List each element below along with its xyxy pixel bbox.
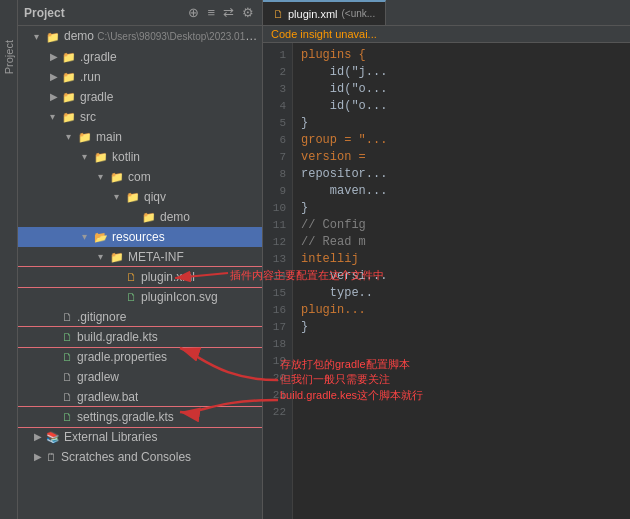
code-line: } — [301, 115, 622, 132]
tree-item-icon: 📁 — [94, 148, 108, 166]
editor-content: 12345678910111213141516171819202122 plug… — [263, 43, 630, 519]
tree-item-demo[interactable]: ▾📁demo C:\Users\98093\Desktop\2023.01_id… — [18, 26, 262, 47]
tree-item-demo2[interactable]: 📁demo — [18, 207, 262, 227]
tree-item-label: gradlew — [77, 368, 119, 386]
tree-item-icon: 📚 — [46, 428, 60, 446]
tree-item-icon: 🗋 — [62, 308, 73, 326]
line-number: 11 — [269, 217, 286, 234]
tree-item-kotlin[interactable]: ▾📁kotlin — [18, 147, 262, 167]
code-line: version = — [301, 149, 622, 166]
tree-item-label: gradle.properties — [77, 348, 167, 366]
code-line: plugins { — [301, 47, 622, 64]
tree-item-run[interactable]: ▶📁.run — [18, 67, 262, 87]
tree-item-gradle[interactable]: ▶📁.gradle — [18, 47, 262, 67]
tree-item-meta-inf[interactable]: ▾📁META-INF — [18, 247, 262, 267]
line-number: 13 — [269, 251, 286, 268]
code-line: // Read m — [301, 234, 622, 251]
tree-item-icon: 📁 — [142, 208, 156, 226]
tree-item-settings-gradle[interactable]: 🗋settings.gradle.kts — [18, 407, 262, 427]
tree-item-icon: 📁 — [110, 168, 124, 186]
tree-item-main[interactable]: ▾📁main — [18, 127, 262, 147]
tree-item-label: demo — [160, 208, 190, 226]
tree-item-src[interactable]: ▾📁src — [18, 107, 262, 127]
tree-item-icon: 🗋 — [62, 388, 73, 406]
tree-item-com[interactable]: ▾📁com — [18, 167, 262, 187]
code-line: group = "... — [301, 132, 622, 149]
tree-item-icon: 📁 — [46, 28, 60, 46]
code-area[interactable]: plugins { id("j... id("o... id("o...}gro… — [293, 43, 630, 519]
tree-item-label: gradle — [80, 88, 113, 106]
tree-item-label: .gitignore — [77, 308, 126, 326]
tree-item-icon: 📁 — [62, 88, 76, 106]
code-line: id("o... — [301, 98, 622, 115]
tree-item-ext-libraries[interactable]: ▶📚External Libraries — [18, 427, 262, 447]
tree-item-gradlew-bat[interactable]: 🗋gradlew.bat — [18, 387, 262, 407]
tree-item-label: plugin.xml — [141, 268, 195, 286]
tree-item-icon: 📁 — [62, 48, 76, 66]
tree-item-qiqv[interactable]: ▾📁qiqv — [18, 187, 262, 207]
code-line: plugin... — [301, 302, 622, 319]
tree-arrow: ▾ — [98, 248, 110, 266]
tree-arrow: ▾ — [82, 228, 94, 246]
line-number: 6 — [269, 132, 286, 149]
settings-icon[interactable]: ⚙ — [240, 4, 256, 21]
tree-item-label: External Libraries — [64, 428, 157, 446]
tree-arrow: ▾ — [82, 148, 94, 166]
editor-tab-plugin-xml[interactable]: 🗋 plugin.xml (<unk... — [263, 0, 386, 25]
tree-item-label: qiqv — [144, 188, 166, 206]
code-insight-banner: Code insight unavai... — [263, 26, 630, 43]
tree-item-gitignore[interactable]: 🗋.gitignore — [18, 307, 262, 327]
tree-item-icon: 🗋 — [62, 328, 73, 346]
tree-item-gradle2[interactable]: ▶📁gradle — [18, 87, 262, 107]
tree-arrow: ▶ — [50, 48, 62, 66]
tree-item-icon: 🗋 — [62, 348, 73, 366]
tree-item-label: .gradle — [80, 48, 117, 66]
tree-item-label: pluginIcon.svg — [141, 288, 218, 306]
tree-arrow: ▶ — [50, 88, 62, 106]
tree-item-label: demo C:\Users\98093\Desktop\2023.01_idea… — [64, 27, 262, 46]
tree-item-icon: 📁 — [78, 128, 92, 146]
code-line: repositor... — [301, 166, 622, 183]
tree-item-icon: 🗋 — [126, 268, 137, 286]
tree-item-resources[interactable]: ▾📂resources — [18, 227, 262, 247]
add-icon[interactable]: ⊕ — [186, 4, 201, 21]
tree-item-label: com — [128, 168, 151, 186]
line-number: 12 — [269, 234, 286, 251]
tree-item-label: META-INF — [128, 248, 184, 266]
tree-item-icon: 🗋 — [126, 288, 137, 306]
line-number: 17 — [269, 319, 286, 336]
editor-tab-bar: 🗋 plugin.xml (<unk... — [263, 0, 630, 26]
panel-header: Project ⊕ ≡ ⇄ ⚙ — [18, 0, 262, 26]
vertical-tab-label: Project — [3, 40, 15, 74]
project-tree: ▾📁demo C:\Users\98093\Desktop\2023.01_id… — [18, 26, 262, 519]
line-number: 5 — [269, 115, 286, 132]
line-number: 7 — [269, 149, 286, 166]
tree-item-label: gradlew.bat — [77, 388, 138, 406]
tree-item-label: kotlin — [112, 148, 140, 166]
line-number: 20 — [269, 370, 286, 387]
tree-item-icon: 🗋 — [62, 408, 73, 426]
swap-icon[interactable]: ⇄ — [221, 4, 236, 21]
tree-item-label: main — [96, 128, 122, 146]
tree-item-scratches[interactable]: ▶🗒Scratches and Consoles — [18, 447, 262, 467]
tree-item-gradlew[interactable]: 🗋gradlew — [18, 367, 262, 387]
vertical-project-tab[interactable]: Project — [0, 0, 18, 519]
tree-item-label: settings.gradle.kts — [77, 408, 174, 426]
code-line: id("j... — [301, 64, 622, 81]
line-number: 18 — [269, 336, 286, 353]
line-number: 19 — [269, 353, 286, 370]
tab-label: plugin.xml — [288, 8, 338, 20]
code-line: } — [301, 319, 622, 336]
code-line: maven... — [301, 183, 622, 200]
tree-item-icon: 📂 — [94, 228, 108, 246]
line-number: 16 — [269, 302, 286, 319]
tree-item-gradle-properties[interactable]: 🗋gradle.properties — [18, 347, 262, 367]
tree-item-pluginicon[interactable]: 🗋pluginIcon.svg — [18, 287, 262, 307]
tree-arrow: ▶ — [50, 68, 62, 86]
code-line: type.. — [301, 285, 622, 302]
tree-item-plugin-xml[interactable]: 🗋plugin.xml — [18, 267, 262, 287]
tree-item-icon: 📁 — [126, 188, 140, 206]
line-number: 1 — [269, 47, 286, 64]
tree-item-build-gradle[interactable]: 🗋build.gradle.kts — [18, 327, 262, 347]
list-icon[interactable]: ≡ — [205, 4, 217, 21]
